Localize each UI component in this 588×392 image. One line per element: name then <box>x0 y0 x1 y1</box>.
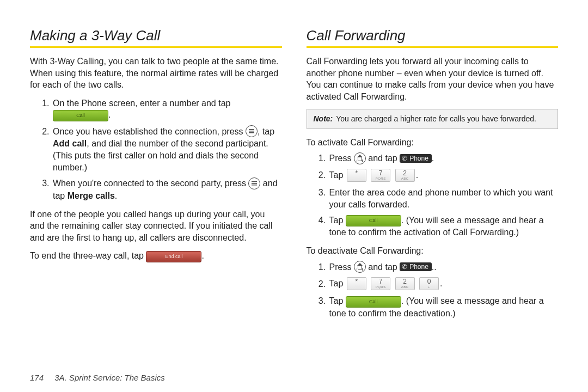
dialkey-star: * <box>347 169 366 182</box>
dialkey-2: 2ABC <box>395 277 415 290</box>
dialkey-2: 2ABC <box>395 169 415 182</box>
menu-key-icon <box>248 177 260 189</box>
dialkey-star: * <box>347 277 366 290</box>
intro-forwarding: Call Forwarding lets you forward all you… <box>307 56 559 102</box>
act-step-3: Enter the area code and phone number to … <box>328 187 559 210</box>
menu-key-icon <box>246 125 258 137</box>
deactivate-steps: Press and tap ✆Phone.. Tap * 7PQRS 2ABC … <box>307 261 559 320</box>
deact-step-2: Tap * 7PQRS 2ABC 0+. <box>328 278 559 291</box>
page-number: 174 <box>30 373 44 382</box>
heading-3way: Making a 3-Way Call <box>30 27 282 44</box>
call-button-icon: Call <box>346 215 401 226</box>
phone-app-icon: ✆Phone <box>400 154 432 163</box>
note-label: Note: <box>314 114 333 124</box>
phone-app-icon: ✆Phone <box>400 262 432 271</box>
step-1: On the Phone screen, enter a number and … <box>52 97 282 121</box>
end-call-button-icon: End call <box>146 251 201 262</box>
deactivate-head: To deactivate Call Forwarding: <box>307 245 559 257</box>
step-2: Once you have established the connection… <box>52 126 282 174</box>
deact-step-1: Press and tap ✆Phone.. <box>328 261 559 274</box>
step-3: When you're connected to the second part… <box>52 177 282 201</box>
note-text: You are charged a higher rate for calls … <box>336 114 536 124</box>
heading-forwarding: Call Forwarding <box>307 27 559 44</box>
note-box: Note: You are charged a higher rate for … <box>307 109 559 128</box>
yellow-rule <box>307 46 559 48</box>
page-footer: 174 3A. Sprint Service: The Basics <box>30 373 165 382</box>
act-step-2: Tap * 7PQRS 2ABC. <box>328 169 559 182</box>
act-step-1: Press and tap ✆Phone. <box>328 152 559 165</box>
dialkey-7: 7PQRS <box>371 169 390 182</box>
deact-step-3: Tap Call. (You will see a message and he… <box>328 295 559 319</box>
phone-icon: ✆ <box>402 264 407 270</box>
dialkey-7: 7PQRS <box>371 277 390 290</box>
yellow-rule <box>30 46 282 48</box>
activate-steps: Press and tap ✆Phone. Tap * 7PQRS 2ABC. … <box>307 152 559 238</box>
steps-3way: On the Phone screen, enter a number and … <box>30 97 282 202</box>
activate-head: To activate Call Forwarding: <box>307 137 559 149</box>
intro-3way: With 3-Way Calling, you can talk to two … <box>30 56 282 91</box>
left-column: Making a 3-Way Call With 3-Way Calling, … <box>30 27 282 370</box>
right-column: Call Forwarding Call Forwarding lets you… <box>307 27 559 370</box>
dialkey-0: 0+ <box>419 277 439 290</box>
phone-icon: ✆ <box>402 155 407 162</box>
home-key-icon <box>354 152 366 164</box>
after-text: If one of the people you called hangs up… <box>30 209 282 244</box>
call-button-icon: Call <box>346 296 401 308</box>
section-title: 3A. Sprint Service: The Basics <box>54 373 165 382</box>
end-call-line: To end the three-way call, tap End call. <box>30 250 282 262</box>
act-step-4: Tap Call. (You will see a message and he… <box>328 215 559 238</box>
home-key-icon <box>354 261 366 273</box>
call-button-icon: Call <box>53 110 108 121</box>
